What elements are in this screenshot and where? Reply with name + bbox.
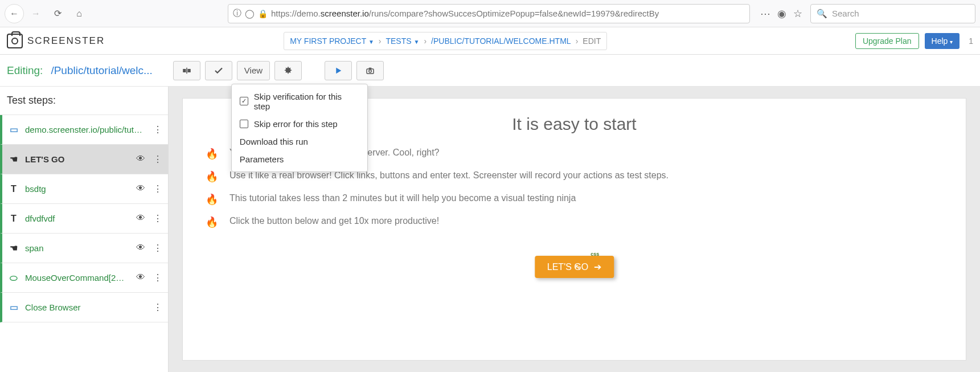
more-icon[interactable]: ⋯ [760,7,770,20]
upgrade-plan-button[interactable]: Upgrade Plan [855,33,919,49]
preview-line: 🔥Use it like a real browser! Click links… [206,170,943,183]
svg-rect-6 [369,67,372,68]
step-row[interactable]: ☚ span 👁⋮ [0,234,168,263]
browser-icon: ▭ [8,302,19,313]
step-row[interactable]: T dfvdfvdf 👁⋮ [0,204,168,234]
header-count: 1 [965,36,973,46]
more-icon[interactable]: ⋮ [153,124,162,135]
editing-label: Editing: [7,64,43,77]
search-bar[interactable]: 🔍 Search [810,4,975,23]
eye-icon[interactable]: 👁 [136,243,146,254]
settings-button[interactable] [274,61,302,80]
more-icon[interactable]: ⋮ [153,243,162,254]
compare-button[interactable] [173,61,200,80]
logo-text: SCREENSTER [27,35,105,47]
fire-icon: 🔥 [206,148,216,160]
toolbar: Editing: /Public/tutorial/welc... View ✓… [0,55,980,87]
chrome-actions: ⋯ ◉ ☆ [755,7,808,20]
step-row[interactable]: ▭ demo.screenster.io/public/tut… ⋮ [0,115,168,145]
preview-line: 🔥This tutorial takes less than 2 minutes… [206,193,943,206]
eye-icon[interactable]: 👁 [136,154,146,165]
more-icon[interactable]: ⋮ [153,272,162,283]
menu-parameters[interactable]: Parameters [232,150,367,168]
browser-icon: ▭ [8,124,19,135]
browser-chrome: ← → ⟳ ⌂ ⓘ ◯ 🔒 https://demo.screenster.io… [0,0,980,27]
pocket-icon[interactable]: ◉ [777,7,786,20]
breadcrumb-path[interactable]: /PUBLIC/TUTORIAL/WELCOME.HTML [431,36,571,46]
sidebar: Test steps: ▭ demo.screenster.io/public/… [0,87,169,372]
step-row[interactable]: ⬭ MouseOverCommand[2… 👁⋮ [0,263,168,293]
search-placeholder: Search [832,9,859,18]
breadcrumb-mode: EDIT [583,36,601,46]
checkbox-checked-icon: ✓ [240,97,248,105]
search-icon: 🔍 [817,9,827,19]
home-button[interactable]: ⌂ [69,4,89,23]
step-label: dfvdfvdf [25,214,130,223]
fire-icon: 🔥 [206,193,216,206]
breadcrumb-tests[interactable]: TESTS ▼ [386,36,419,46]
pointer-icon: ☚ [8,154,19,165]
lock-icon: 🔒 [258,9,268,18]
svg-rect-2 [186,67,187,73]
step-label: demo.screenster.io/public/tut… [25,125,147,134]
text-icon: T [8,184,19,194]
menu-skip-error[interactable]: Skip error for this step [232,115,367,133]
main: Test steps: ▭ demo.screenster.io/public/… [0,87,980,372]
help-button[interactable]: Help ▾ [925,33,960,49]
info-icon: ⓘ [233,8,241,19]
eye-icon[interactable]: 👁 [136,183,146,194]
svg-rect-0 [183,69,186,72]
css-badge: css [591,251,599,257]
step-row[interactable]: T bsdtg 👁⋮ [0,174,168,204]
eye-icon[interactable]: 👁 [136,272,146,283]
text-icon: T [8,214,19,224]
view-button[interactable]: View [237,61,270,80]
more-icon[interactable]: ⋮ [153,154,162,165]
fire-icon: 🔥 [206,216,216,228]
breadcrumb-project[interactable]: MY FIRST PROJECT ▼ [290,36,374,46]
menu-download-run[interactable]: Download this run [232,133,367,150]
screenshot-button[interactable] [356,61,384,80]
more-icon[interactable]: ⋮ [153,183,162,194]
sidebar-title: Test steps: [0,87,168,115]
step-label: LET'S GO [25,154,130,164]
step-label: MouseOverCommand[2… [25,273,130,283]
approve-button[interactable] [205,61,232,80]
svg-point-5 [369,70,372,72]
fire-icon: 🔥 [206,170,216,183]
url-text: https://demo.screenster.io/runs/compare?… [271,9,659,18]
preview-line: 🔥Click the button below and get 10x more… [206,216,943,228]
step-label: span [25,243,130,253]
step-row[interactable]: ▭ Close Browser ⋮ [0,293,168,322]
checkbox-unchecked-icon [240,120,248,128]
reload-button[interactable]: ⟳ [48,4,67,23]
editing-path: /Public/tutorial/welc... [51,64,152,77]
more-icon[interactable]: ⋮ [153,302,162,313]
step-row[interactable]: ☚ LET'S GO 👁⋮ [0,145,168,174]
pointer-icon: ☚ [8,243,19,254]
settings-dropdown: ✓ Skip verification for this step Skip e… [231,84,368,172]
url-bar[interactable]: ⓘ ◯ 🔒 https://demo.screenster.io/runs/co… [228,4,750,23]
menu-skip-verification[interactable]: ✓ Skip verification for this step [232,88,367,115]
logo-icon [7,34,23,48]
step-label: bsdtg [25,184,130,194]
more-icon[interactable]: ⋮ [153,213,162,224]
step-label: Close Browser [25,302,147,312]
svg-rect-1 [187,69,190,72]
back-button[interactable]: ← [5,4,24,23]
shield-icon: ◯ [245,9,255,19]
play-button[interactable] [325,61,352,80]
breadcrumb: MY FIRST PROJECT ▼ › TESTS ▼ › /PUBLIC/T… [284,32,607,50]
logo[interactable]: SCREENSTER [7,34,105,48]
mouse-icon: ⬭ [8,273,19,283]
eye-icon[interactable]: 👁 [136,213,146,224]
forward-button[interactable]: → [26,4,46,23]
arrow-right-icon: ➔ [594,261,601,272]
lets-go-button[interactable]: LET'S GO ➔ [535,256,614,278]
app-header: SCREENSTER MY FIRST PROJECT ▼ › TESTS ▼ … [0,27,980,55]
star-icon[interactable]: ☆ [793,7,802,20]
